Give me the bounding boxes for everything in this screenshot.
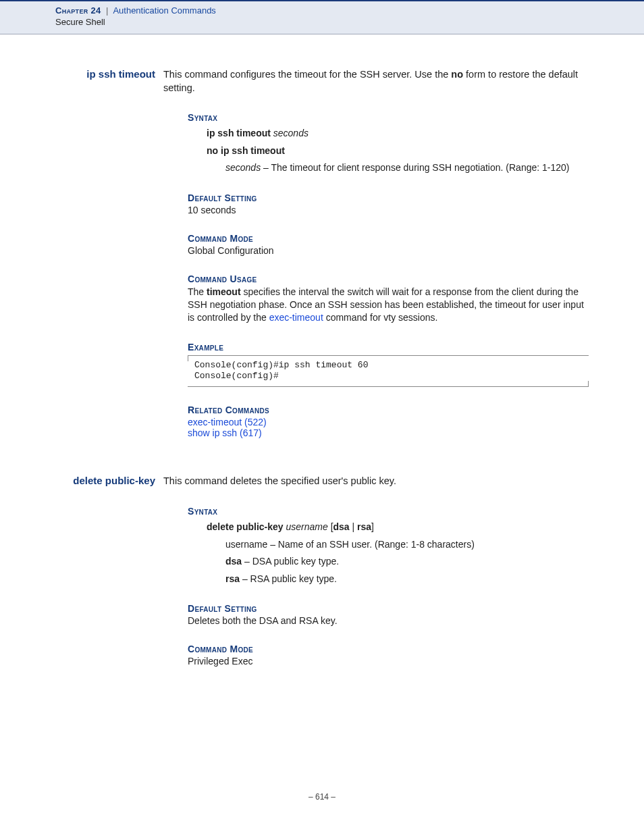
mode-heading: Command Mode xyxy=(188,644,589,654)
syntax-section: Syntax ip ssh timeout seconds no ip ssh … xyxy=(188,112,589,175)
syntax-line: delete public-key username [dsa | rsa] xyxy=(207,521,589,534)
intro-text: This command configures the timeout for … xyxy=(163,69,451,80)
param-rsa-t: – RSA public key type. xyxy=(240,573,337,584)
syntax-bracket-open: [ xyxy=(328,521,333,532)
example-section: Example Console(config)#ip ssh timeout 6… xyxy=(188,342,589,388)
related-heading: Related Commands xyxy=(188,405,589,415)
header-separator: | xyxy=(106,5,108,16)
command-ip-ssh-timeout: ip ssh timeout This command configures t… xyxy=(55,68,589,95)
command-name: delete public-key xyxy=(55,475,163,486)
intro-bold: no xyxy=(451,69,463,80)
mode-value: Global Configuration xyxy=(188,245,589,256)
page-header: Chapter 24 | Authentication Commands Sec… xyxy=(0,0,644,34)
page-content: ip ssh timeout This command configures t… xyxy=(55,68,589,667)
syntax-arg: seconds xyxy=(273,128,308,138)
mode-heading: Command Mode xyxy=(188,233,589,244)
param-dsa-t: – DSA public key type. xyxy=(242,556,339,567)
syntax-heading: Syntax xyxy=(188,506,589,517)
usage-bold: timeout xyxy=(207,286,241,297)
syntax-line-1: ip ssh timeout seconds xyxy=(207,127,589,140)
command-intro: This command deletes the specified user'… xyxy=(163,475,589,488)
command-usage-section: Command Usage The timeout specifies the … xyxy=(188,273,589,324)
default-heading: Default Setting xyxy=(188,192,589,203)
default-value: 10 seconds xyxy=(188,205,589,215)
syntax-line-2: no ip ssh timeout xyxy=(207,145,589,158)
syntax-no-cmd: no ip ssh timeout xyxy=(207,145,285,156)
param-name: seconds xyxy=(225,162,261,173)
syntax-cmd: ip ssh timeout xyxy=(207,128,271,138)
default-value: Deletes both the DSA and RSA key. xyxy=(188,615,589,626)
syntax-pipe: | xyxy=(350,521,357,532)
syntax-section-2: Syntax delete public-key username [dsa |… xyxy=(188,506,589,585)
exec-timeout-link[interactable]: exec-timeout xyxy=(269,312,323,323)
usage-text: The timeout specifies the interval the s… xyxy=(188,286,589,324)
usage-pre: The xyxy=(188,286,207,297)
syntax-heading: Syntax xyxy=(188,112,589,123)
command-mode-section: Command Mode Global Configuration xyxy=(188,233,589,256)
param-rsa-b: rsa xyxy=(225,573,240,584)
command-mode-section-2: Command Mode Privileged Exec xyxy=(188,644,589,667)
command-name: ip ssh timeout xyxy=(55,68,163,80)
default-setting-section-2: Default Setting Deletes both the DSA and… xyxy=(188,603,589,626)
chapter-label: Chapter 24 xyxy=(55,5,101,16)
example-code-block: Console(config)#ip ssh timeout 60 Consol… xyxy=(188,355,589,388)
param-rsa: rsa – RSA public key type. xyxy=(225,573,589,586)
usage-post: command for vty sessions. xyxy=(323,312,438,323)
param-username: username – Name of an SSH user. (Range: … xyxy=(225,538,589,552)
related-link-show-ip-ssh[interactable]: show ip ssh (617) xyxy=(188,427,589,438)
page-number: – 614 – xyxy=(0,792,644,802)
syntax-cmd: delete public-key xyxy=(207,521,284,532)
syntax-arg: username xyxy=(286,521,327,532)
default-heading: Default Setting xyxy=(188,603,589,614)
example-heading: Example xyxy=(188,342,589,353)
header-subsection: Secure Shell xyxy=(55,17,589,27)
syntax-opt-rsa: rsa xyxy=(357,521,371,532)
param-dsa-b: dsa xyxy=(225,556,242,567)
related-link-exec-timeout[interactable]: exec-timeout (522) xyxy=(188,417,589,427)
param-dsa: dsa – DSA public key type. xyxy=(225,555,589,569)
syntax-bracket-close: ] xyxy=(371,521,374,532)
chapter-title: Authentication Commands xyxy=(113,5,215,16)
usage-heading: Command Usage xyxy=(188,273,589,284)
syntax-opt-dsa: dsa xyxy=(333,521,350,532)
default-setting-section: Default Setting 10 seconds xyxy=(188,192,589,215)
mode-value: Privileged Exec xyxy=(188,656,589,667)
syntax-param: seconds – The timeout for client respons… xyxy=(225,161,589,175)
param-desc: – The timeout for client response during… xyxy=(261,162,569,173)
chapter-line: Chapter 24 | Authentication Commands xyxy=(55,5,589,16)
command-intro: This command configures the timeout for … xyxy=(163,68,589,95)
related-commands-section: Related Commands exec-timeout (522) show… xyxy=(188,405,589,438)
command-delete-public-key: delete public-key This command deletes t… xyxy=(55,475,589,488)
